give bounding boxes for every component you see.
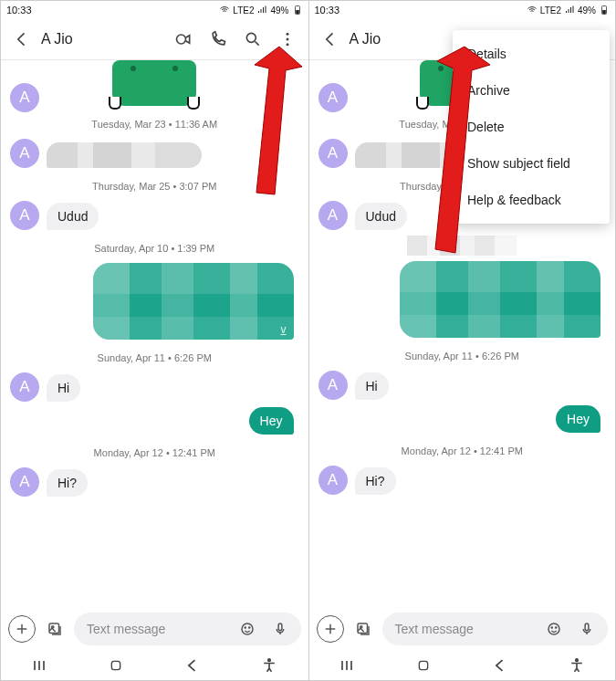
avatar[interactable]: A	[318, 201, 348, 230]
svg-point-20	[551, 627, 552, 628]
gallery-button[interactable]	[41, 615, 68, 643]
message-redacted[interactable]	[47, 142, 202, 168]
back-button[interactable]	[6, 24, 37, 55]
emoji-button[interactable]	[234, 615, 261, 643]
home-nav[interactable]	[402, 657, 444, 674]
svg-rect-16	[602, 10, 606, 14]
message-input[interactable]: Text message	[74, 613, 301, 645]
contact-illustration	[90, 60, 218, 106]
phone-right: 10:33 LTE2 49% A Jio A Tuesday, Mar 23 •…	[308, 1, 616, 681]
accessibility-nav-icon	[260, 656, 278, 675]
message-out-image[interactable]: v	[93, 263, 294, 340]
home-nav-icon	[416, 658, 431, 673]
message-row: v	[1, 263, 308, 340]
message-in[interactable]: Hi	[47, 374, 80, 402]
phone-icon	[209, 30, 227, 48]
day-divider: Sunday, Apr 11 • 6:26 PM	[309, 351, 616, 361]
status-bar: 10:33 LTE2 49%	[1, 1, 308, 19]
avatar[interactable]: A	[10, 467, 39, 497]
wifi-icon	[527, 5, 538, 16]
svg-point-19	[548, 623, 559, 634]
svg-rect-22	[585, 623, 589, 631]
chat-title[interactable]: A Jio	[41, 31, 164, 47]
status-time: 10:33	[6, 5, 32, 16]
day-divider: Sunday, Apr 11 • 6:26 PM	[1, 352, 308, 363]
svg-rect-23	[420, 661, 428, 669]
message-row: Hey	[309, 405, 616, 433]
status-right: LTE2 49%	[527, 5, 610, 16]
svg-rect-7	[49, 623, 59, 634]
mic-icon	[579, 621, 595, 637]
annotation-arrow	[410, 41, 492, 264]
message-out-image[interactable]	[400, 261, 600, 338]
emoji-button[interactable]	[540, 615, 568, 643]
svg-rect-12	[278, 623, 282, 631]
message-in[interactable]: Udud	[47, 203, 99, 230]
message-out[interactable]: Hey	[556, 405, 600, 433]
message-row: A Hi?	[309, 466, 616, 495]
avatar[interactable]: A	[318, 139, 348, 168]
composer: Text message	[1, 609, 308, 649]
android-navbar	[1, 649, 308, 681]
message-input-placeholder: Text message	[395, 622, 536, 636]
attach-button[interactable]	[8, 615, 36, 643]
message-input[interactable]: Text message	[382, 613, 609, 645]
avatar[interactable]: A	[10, 201, 39, 230]
battery-icon	[599, 5, 610, 16]
avatar[interactable]: A	[318, 83, 348, 112]
avatar[interactable]: A	[10, 372, 39, 402]
day-divider: Monday, Apr 12 • 12:41 PM	[1, 447, 308, 458]
message-row: A Hi	[1, 372, 308, 402]
accessibility-nav-icon	[568, 656, 586, 675]
message-row	[309, 261, 616, 338]
status-lte: LTE2	[540, 5, 561, 16]
svg-rect-13	[112, 661, 120, 669]
day-divider: Saturday, Apr 10 • 1:39 PM	[1, 243, 308, 254]
svg-point-24	[576, 659, 579, 662]
message-in[interactable]: Udud	[355, 203, 407, 230]
back-nav-icon	[491, 656, 509, 675]
svg-rect-1	[296, 10, 299, 14]
svg-point-10	[245, 627, 245, 628]
status-bar: 10:33 LTE2 49%	[309, 1, 616, 19]
attach-button[interactable]	[317, 615, 344, 643]
avatar[interactable]: A	[10, 139, 39, 168]
avatar[interactable]: A	[10, 83, 39, 112]
message-input-placeholder: Text message	[87, 622, 228, 636]
emoji-icon	[239, 621, 256, 637]
message-out[interactable]: Hey	[249, 407, 294, 435]
mic-button[interactable]	[573, 615, 600, 643]
emoji-icon	[546, 621, 562, 637]
home-nav-icon	[109, 658, 123, 673]
back-nav[interactable]	[172, 657, 214, 674]
message-in[interactable]: Hi?	[47, 469, 88, 497]
recents-nav[interactable]	[18, 657, 60, 674]
gallery-button[interactable]	[350, 615, 377, 643]
avatar[interactable]: A	[318, 466, 348, 495]
gallery-icon	[47, 621, 63, 637]
mic-button[interactable]	[266, 615, 294, 643]
recents-nav[interactable]	[326, 657, 368, 674]
status-battery: 49%	[270, 5, 288, 16]
avatar[interactable]: A	[318, 371, 348, 400]
annotation-arrow	[229, 39, 302, 207]
home-nav[interactable]	[95, 657, 137, 674]
message-in[interactable]: Hi?	[355, 467, 396, 495]
signal-icon	[564, 5, 575, 16]
status-time: 10:33	[315, 5, 340, 16]
svg-point-21	[556, 627, 557, 628]
duo-video-button[interactable]	[168, 24, 199, 55]
back-icon	[13, 30, 31, 48]
message-row: A Hi?	[1, 467, 308, 497]
status-battery: 49%	[578, 5, 596, 16]
back-nav-icon	[183, 656, 202, 675]
signal-icon	[256, 5, 267, 16]
day-divider: Monday, Apr 12 • 12:41 PM	[309, 445, 616, 456]
recents-nav-icon	[30, 656, 48, 675]
gallery-icon	[355, 621, 371, 637]
message-in[interactable]: Hi	[355, 372, 389, 400]
back-nav[interactable]	[479, 657, 521, 674]
accessibility-nav[interactable]	[556, 657, 598, 674]
back-button[interactable]	[315, 24, 346, 55]
accessibility-nav[interactable]	[248, 657, 290, 674]
